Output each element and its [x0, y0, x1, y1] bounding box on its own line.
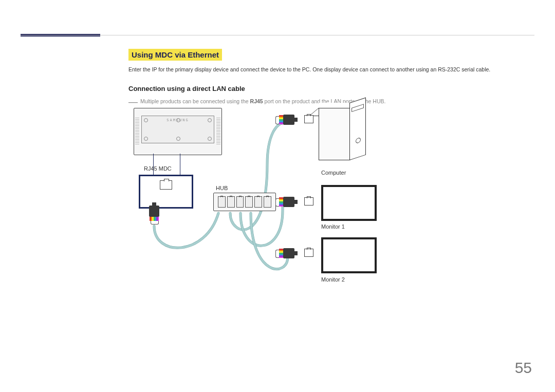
rj45-plug-monitor1 — [277, 195, 294, 209]
rj45-plug-monitor2 — [277, 246, 294, 260]
page-number: 55 — [515, 359, 532, 377]
monitor-1 — [321, 185, 377, 221]
content-area: Using MDC via Ethernet Enter the IP for … — [128, 49, 534, 107]
monitor-2 — [321, 237, 377, 273]
section-title: Using MDC via Ethernet — [128, 49, 222, 61]
sub-heading: Connection using a direct LAN cable — [128, 85, 534, 92]
network-hub — [213, 193, 276, 211]
rj45-plug-main — [147, 206, 161, 223]
computer-tower — [319, 103, 365, 164]
monitor1-lan-port — [304, 197, 313, 206]
rj45-label: RJ45 MDC — [144, 165, 172, 172]
rj45-zoom-box — [139, 175, 193, 209]
rj45-port-icon — [160, 180, 172, 190]
computer-lan-port — [304, 115, 313, 123]
zoom-leader-right — [180, 154, 180, 175]
header-rule — [21, 35, 534, 35]
monitor1-label: Monitor 1 — [321, 223, 345, 230]
section-intro: Enter the IP for the primary display dev… — [128, 66, 534, 73]
monitor2-lan-port — [304, 249, 313, 257]
monitor2-label: Monitor 2 — [321, 276, 345, 283]
display-device-back: SAMSUNG — [134, 108, 222, 155]
computer-label: Computer — [321, 170, 346, 176]
rj45-plug-computer — [277, 113, 294, 127]
connection-diagram: SAMSUNG RJ45 MDC HUB Computer — [128, 103, 396, 298]
hub-label: HUB — [216, 185, 228, 191]
